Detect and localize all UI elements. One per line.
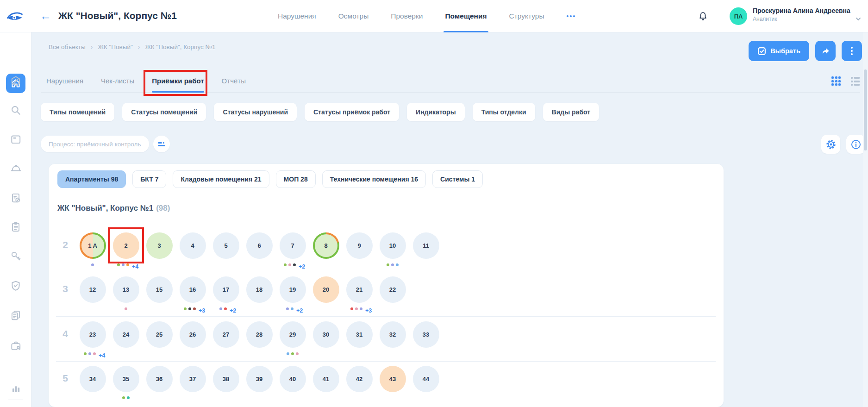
select-button[interactable]: Выбрать (749, 41, 809, 61)
unit-circle-41[interactable]: 41 (313, 366, 339, 392)
unit-circle-9[interactable]: 9 (346, 232, 373, 259)
back-arrow-icon[interactable]: ← (40, 9, 51, 23)
nav-item-Осмотры[interactable]: Осмотры (338, 0, 369, 32)
sidebar-item-documents[interactable] (10, 309, 22, 321)
unit-circle-7[interactable]: 7 (280, 232, 306, 259)
nav-more-icon[interactable] (567, 0, 575, 32)
unit-circle-31[interactable]: 31 (346, 321, 373, 348)
unit-circle-21[interactable]: 21 (346, 276, 373, 303)
filter-button[interactable]: Типы помещений (41, 103, 114, 121)
unit-circle-33[interactable]: 33 (413, 321, 439, 348)
filter-button[interactable]: Статусы нарушений (214, 103, 297, 121)
sidebar-item-search[interactable] (10, 104, 22, 116)
unit-circle-36[interactable]: 36 (146, 366, 173, 392)
sidebar-item-key[interactable] (10, 250, 22, 262)
nav-item-Помещения[interactable]: Помещения (445, 0, 487, 32)
unit-label: 43 (389, 376, 396, 382)
unit-circle-42[interactable]: 42 (346, 366, 373, 392)
unit-circle-2[interactable]: 2 (113, 232, 139, 259)
category-chip[interactable]: МОП 28 (276, 170, 316, 188)
category-chip[interactable]: БКТ 7 (132, 170, 166, 188)
filter-button[interactable]: Статусы помещений (122, 103, 206, 121)
sidebar-item-shield-check[interactable] (10, 280, 22, 292)
unit-circle-32[interactable]: 32 (380, 321, 406, 348)
breadcrumb-item[interactable]: Все объекты (49, 44, 86, 50)
unit-circle-5[interactable]: 5 (213, 232, 239, 259)
sidebar-item-clipboard[interactable] (10, 221, 22, 233)
sidebar-item-prohibition[interactable] (10, 75, 22, 87)
list-view-icon[interactable] (851, 76, 860, 86)
nav-item-Проверки[interactable]: Проверки (391, 0, 423, 32)
category-chip[interactable]: Кладовые помещения 21 (173, 170, 269, 188)
notifications-bell-icon[interactable] (697, 11, 709, 24)
breadcrumb-item[interactable]: ЖК "Новый", Корпус №1 (145, 44, 215, 50)
unit-circle-29[interactable]: 29 (280, 321, 306, 348)
unit-circle-13[interactable]: 13 (113, 276, 139, 303)
unit-circle-24[interactable]: 24 (113, 321, 139, 348)
breadcrumb-item[interactable]: ЖК "Новый" (98, 44, 132, 50)
unit-circle-12[interactable]: 12 (80, 276, 106, 303)
unit-circle-11[interactable]: 11 (413, 232, 439, 259)
sort-button[interactable] (153, 136, 170, 152)
unit-circle-26[interactable]: 26 (180, 321, 206, 348)
scrollbar-thumb[interactable] (864, 69, 867, 150)
unit-circle-8[interactable]: 8 (313, 232, 339, 259)
unit-circle-18[interactable]: 18 (246, 276, 273, 303)
unit-circle-40[interactable]: 40 (280, 366, 306, 392)
unit-circle-30[interactable]: 30 (313, 321, 339, 348)
unit-circle-39[interactable]: 39 (246, 366, 273, 392)
nav-item-Нарушения[interactable]: Нарушения (278, 0, 316, 32)
filter-button[interactable]: Статусы приёмок работ (305, 103, 399, 121)
tab-Отчёты[interactable]: Отчёты (222, 72, 246, 93)
unit-circle-6[interactable]: 6 (246, 232, 273, 259)
unit-circle-20[interactable]: 20 (313, 276, 339, 303)
category-chip[interactable]: Системы 1 (432, 170, 483, 188)
applied-filter-tag[interactable]: Процесс: приёмочный контроль (41, 136, 149, 152)
unit-circle-3[interactable]: 3 (146, 232, 173, 259)
tab-Нарушения[interactable]: Нарушения (46, 72, 83, 93)
unit-circle-4[interactable]: 4 (180, 232, 206, 259)
unit-circle-19[interactable]: 19 (280, 276, 306, 303)
more-actions-button[interactable] (842, 41, 862, 61)
unit-circle-23[interactable]: 23 (80, 321, 106, 348)
category-chip[interactable]: Технические помещения 16 (322, 170, 426, 188)
user-avatar[interactable]: ПА (730, 7, 747, 25)
user-block[interactable]: Проскурина Алина Андреевна Аналитик (753, 7, 850, 22)
category-chip[interactable]: Апартаменты 98 (57, 170, 126, 188)
unit-circle-38[interactable]: 38 (213, 366, 239, 392)
sidebar-item-bar-chart[interactable] (10, 382, 22, 394)
filter-button[interactable]: Виды работ (543, 103, 599, 121)
scrollbar-track[interactable] (863, 32, 868, 407)
sidebar-item-helmet[interactable] (10, 163, 22, 175)
unit-circle-25[interactable]: 25 (146, 321, 173, 348)
unit-circle-44[interactable]: 44 (413, 366, 439, 392)
grid-view-icon[interactable] (831, 76, 841, 86)
unit-circle-15[interactable]: 15 (146, 276, 173, 303)
unit-circle-16[interactable]: 16 (180, 276, 206, 303)
sidebar-item-window-card[interactable] (10, 133, 22, 145)
sidebar-item-clipboard-check[interactable] (10, 192, 22, 204)
unit-circle-35[interactable]: 35 (113, 366, 139, 392)
unit-label: 2 (124, 242, 127, 249)
filter-button[interactable]: Типы отделки (473, 103, 535, 121)
user-menu-chevron-icon[interactable] (856, 14, 861, 23)
tab-Чек-листы[interactable]: Чек-листы (101, 72, 134, 93)
unit-circle-37[interactable]: 37 (180, 366, 206, 392)
unit-circle-34[interactable]: 34 (80, 366, 106, 392)
unit-circle-22[interactable]: 22 (380, 276, 406, 303)
unit-circle-27[interactable]: 27 (213, 321, 239, 348)
settings-button[interactable] (821, 135, 840, 154)
filter-button[interactable]: Индикаторы (407, 103, 465, 121)
unit-circle-17[interactable]: 17 (213, 276, 239, 303)
sidebar-item-briefcase-user[interactable] (10, 340, 22, 352)
share-button[interactable] (815, 41, 836, 61)
app-logo-eye-icon[interactable] (6, 9, 24, 25)
unit-circle-43[interactable]: 43 (380, 366, 406, 392)
unit-circle-1 A[interactable]: 1 A (80, 232, 106, 259)
unit-circle-10[interactable]: 10 (380, 232, 406, 259)
unit-circle-28[interactable]: 28 (246, 321, 273, 348)
nav-item-Структуры[interactable]: Структуры (509, 0, 544, 32)
info-button[interactable] (846, 135, 865, 154)
checkbox-icon (757, 47, 766, 56)
tab-Приёмки работ[interactable]: Приёмки работ (152, 72, 204, 93)
